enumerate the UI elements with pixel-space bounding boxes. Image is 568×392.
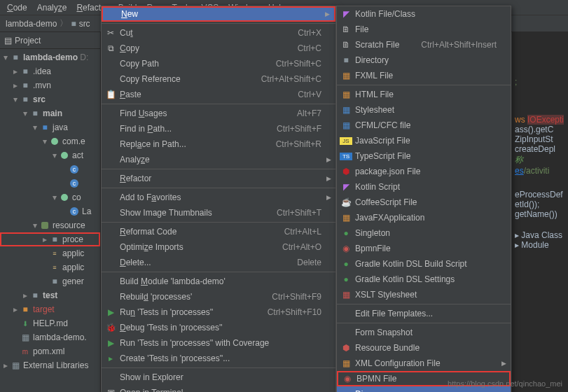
code-editor[interactable]: ; ws IOExcepti ass().getC ZipInputSt cre… bbox=[512, 32, 568, 392]
new-singleton[interactable]: ●Singleton bbox=[337, 225, 511, 241]
menu-rebuild[interactable]: Rebuild 'processes'Ctrl+Shift+F9 bbox=[102, 289, 335, 304]
tree-gener[interactable]: ■gener bbox=[0, 274, 100, 288]
menu-run-tests[interactable]: ▶Run 'Tests in 'processes''Ctrl+Shift+F1… bbox=[102, 304, 335, 320]
menu-analyze[interactable]: Analyze bbox=[33, 1, 71, 14]
new-cfml[interactable]: ▦CFML/CFC file bbox=[337, 118, 511, 133]
new-stylesheet[interactable]: ▦Stylesheet bbox=[337, 102, 511, 118]
tree-main[interactable]: ▾■main bbox=[0, 106, 100, 120]
tree-src[interactable]: ▾■src bbox=[0, 92, 100, 106]
new-gradle-kotlin-build[interactable]: ●Gradle Kotlin DSL Build Script bbox=[337, 256, 511, 272]
gradle-icon: ● bbox=[340, 274, 352, 284]
new-js[interactable]: JSJavaScript File bbox=[337, 133, 511, 148]
css-icon: ▦ bbox=[340, 105, 352, 115]
new-resource-bundle[interactable]: ⬢Resource Bundle bbox=[337, 340, 511, 356]
new-kotlin-class[interactable]: ◤Kotlin File/Class bbox=[337, 6, 511, 22]
new-xml-config[interactable]: ▦XML Configuration File▶ bbox=[337, 356, 511, 371]
xml-icon: ▦ bbox=[340, 358, 352, 368]
new-xslt[interactable]: ▦XSLT Stylesheet bbox=[337, 287, 511, 302]
tree-applic1[interactable]: ≡applic bbox=[0, 246, 100, 260]
new-fxml[interactable]: ▦FXML File bbox=[337, 68, 511, 83]
folder-icon: ■ bbox=[340, 55, 352, 65]
tree-extlib[interactable]: ▸▦External Libraries bbox=[0, 358, 100, 372]
new-scratch[interactable]: 🗎Scratch FileCtrl+Alt+Shift+Insert bbox=[337, 37, 511, 52]
menu-add-favorites[interactable]: Add to Favorites▶ bbox=[102, 190, 335, 205]
menu-new[interactable]: New▶ bbox=[102, 6, 335, 22]
fxml-icon: ▦ bbox=[340, 71, 352, 80]
tree-proce[interactable]: ▸■proce bbox=[0, 232, 100, 246]
new-file[interactable]: 🗎File bbox=[337, 22, 511, 37]
menu-analyze[interactable]: Analyze▶ bbox=[102, 152, 335, 167]
menu-show-thumbnails[interactable]: Show Image ThumbnailsCtrl+Shift+T bbox=[102, 205, 335, 220]
cut-icon: ✂ bbox=[104, 28, 117, 38]
menu-create-tests[interactable]: ▸Create 'Tests in 'processes''... bbox=[102, 351, 335, 366]
tree-mvn[interactable]: ▸■.mvn bbox=[0, 78, 100, 92]
breadcrumb-item[interactable]: src bbox=[79, 19, 90, 29]
context-menu: New▶ ✂CutCtrl+X ⧉CopyCtrl+C Copy PathCtr… bbox=[101, 6, 336, 392]
menu-refactor[interactable]: Refactor▶ bbox=[102, 171, 335, 186]
menu-copy[interactable]: ⧉CopyCtrl+C bbox=[102, 41, 335, 56]
project-tree: ▾■lambda-demo D: ▸■.idea ▸■.mvn ▾■src ▾■… bbox=[0, 49, 100, 374]
menu-find-usages[interactable]: Find UsagesAlt+F7 bbox=[102, 106, 335, 121]
tree-java[interactable]: ▾■java bbox=[0, 120, 100, 134]
menu-delete[interactable]: Delete...Delete bbox=[102, 255, 335, 270]
menu-show-explorer[interactable]: Show in Explorer bbox=[102, 370, 335, 385]
tree-res[interactable]: ▾resource bbox=[0, 218, 100, 232]
tree-la[interactable]: cLa bbox=[0, 204, 100, 218]
edit-file-templates[interactable]: Edit File Templates... bbox=[337, 306, 511, 321]
new-pkgjson[interactable]: ⬢package.json File bbox=[337, 164, 511, 179]
new-submenu: ◤Kotlin File/Class 🗎File 🗎Scratch FileCt… bbox=[336, 6, 511, 392]
menu-reformat[interactable]: Reformat CodeCtrl+Alt+L bbox=[102, 224, 335, 239]
folder-icon: ■ bbox=[71, 19, 76, 29]
terminal-icon: ▣ bbox=[104, 388, 117, 392]
menu-copy-reference[interactable]: Copy ReferenceCtrl+Alt+Shift+C bbox=[102, 71, 335, 87]
menu-code[interactable]: Code bbox=[3, 1, 32, 14]
html-icon: ▦ bbox=[340, 90, 352, 99]
java-icon: ▦ bbox=[340, 213, 352, 223]
project-sidebar: ▤ Project ▾■lambda-demo D: ▸■.idea ▸■.mv… bbox=[0, 32, 101, 392]
kotlin-icon: ◤ bbox=[340, 182, 352, 192]
ts-icon: TS bbox=[340, 153, 352, 160]
new-directory[interactable]: ■Directory bbox=[337, 52, 511, 68]
coverage-icon: ▶ bbox=[104, 338, 117, 348]
new-coffee[interactable]: ☕CoffeeScript File bbox=[337, 195, 511, 210]
menu-run-coverage[interactable]: ▶Run 'Tests in 'processes'' with Coverag… bbox=[102, 335, 335, 351]
npm-icon: ⬢ bbox=[340, 167, 352, 176]
tree-test[interactable]: ▸■test bbox=[0, 288, 100, 302]
new-gradle-kotlin-settings[interactable]: ●Gradle Kotlin DSL Settings bbox=[337, 272, 511, 287]
new-javafx[interactable]: ▦JavaFXApplication bbox=[337, 210, 511, 225]
new-form-snapshot[interactable]: Form Snapshot bbox=[337, 325, 511, 340]
menu-copy-path[interactable]: Copy PathCtrl+Shift+C bbox=[102, 56, 335, 71]
tree-co[interactable]: ▾co bbox=[0, 190, 100, 204]
breadcrumb-root[interactable]: lambda-demo bbox=[6, 19, 57, 29]
tree-iml[interactable]: ▦lambda-demo. bbox=[0, 330, 100, 344]
tree-applic2[interactable]: ≡applic bbox=[0, 260, 100, 274]
tree-pom[interactable]: mpom.xml bbox=[0, 344, 100, 358]
xslt-icon: ▦ bbox=[340, 290, 352, 300]
menu-debug-tests[interactable]: 🐞Debug 'Tests in 'processes'' bbox=[102, 320, 335, 335]
menu-cut[interactable]: ✂CutCtrl+X bbox=[102, 25, 335, 41]
menu-find-in-path[interactable]: Find in Path...Ctrl+Shift+F bbox=[102, 121, 335, 136]
watermark: https://blog.csdn.net/qinchao_mei bbox=[448, 379, 562, 388]
menu-paste[interactable]: 📋PasteCtrl+V bbox=[102, 87, 335, 102]
tree-cls1[interactable]: c bbox=[0, 162, 100, 176]
new-kotlin-script[interactable]: ◤Kotlin Script bbox=[337, 179, 511, 195]
menu-open-terminal[interactable]: ▣Open in Terminal bbox=[102, 385, 335, 392]
tree-act[interactable]: ▾act bbox=[0, 148, 100, 162]
tree-target[interactable]: ▸■target bbox=[0, 302, 100, 316]
copy-icon: ⧉ bbox=[104, 43, 117, 53]
coffee-icon: ☕ bbox=[340, 197, 352, 207]
menu-optimize-imports[interactable]: Optimize ImportsCtrl+Alt+O bbox=[102, 239, 335, 255]
menu-build-module[interactable]: Build Module 'lambda-demo' bbox=[102, 274, 335, 289]
tree-root[interactable]: ▾■lambda-demo D: bbox=[0, 50, 100, 64]
tree-pkg[interactable]: ▾com.e bbox=[0, 134, 100, 148]
new-bpmn[interactable]: ◉BpmnFile bbox=[337, 241, 511, 256]
scratch-icon: 🗎 bbox=[340, 40, 352, 50]
js-icon: JS bbox=[340, 137, 352, 145]
new-ts[interactable]: TSTypeScript File bbox=[337, 148, 511, 164]
bpmn-icon: ◉ bbox=[341, 374, 354, 384]
tree-help[interactable]: ⬇HELP.md bbox=[0, 316, 100, 330]
new-html[interactable]: ▦HTML File bbox=[337, 87, 511, 102]
menu-replace-in-path[interactable]: Replace in Path...Ctrl+Shift+R bbox=[102, 136, 335, 152]
tree-cls2[interactable]: c bbox=[0, 176, 100, 190]
tree-idea[interactable]: ▸■.idea bbox=[0, 64, 100, 78]
